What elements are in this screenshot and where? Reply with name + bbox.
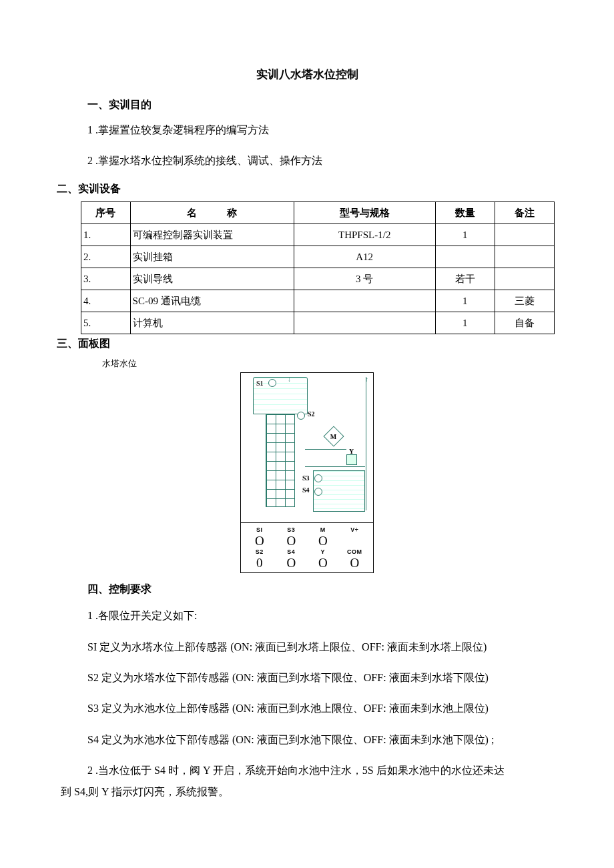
terminal-hole-icon: 0 <box>245 556 274 570</box>
terminal-hole-icon: O <box>340 556 370 570</box>
terminal-hole-icon: O <box>245 534 274 548</box>
terminal-hole-icon: O <box>277 534 306 548</box>
label-s3: S3 <box>302 474 310 482</box>
cell-qty: 1 <box>435 290 495 312</box>
terminal-hole-icon <box>340 534 370 548</box>
cell-qty: 若干 <box>435 268 495 290</box>
requirement-line: 2 .当水位低于 S4 时，阀 Y 开启，系统开始向水池中注水，5S 后如果水池… <box>87 761 557 781</box>
label-m: M <box>330 433 336 440</box>
arrow-down-icon: ↓ <box>288 376 291 383</box>
panel-caption: 水塔水位 <box>102 358 557 370</box>
water-tower-icon: S1 <box>253 377 306 516</box>
cell-qty <box>435 246 495 268</box>
terminal-label: S3 <box>277 527 306 533</box>
th-model: 型号与规格 <box>294 202 435 224</box>
terminal-label: Y <box>308 549 338 555</box>
cell-name: SC-09 通讯电缆 <box>130 290 294 312</box>
cell-model: A12 <box>294 246 435 268</box>
terminal-label: M <box>308 527 338 533</box>
cell-note: 三菱 <box>495 290 554 312</box>
section-2-heading: 二、实训设备 <box>57 182 557 196</box>
label-s2: S2 <box>308 410 315 418</box>
table-row: 5. 计算机 1 自备 <box>81 312 555 334</box>
table-header-row: 序号 名 称 型号与规格 数量 备注 <box>81 202 555 224</box>
panel-diagram: S1 S2 M Y ↑ ↓ S3 S4 <box>240 372 374 522</box>
objective-item-2: 2 .掌握水塔水位控制系统的接线、调试、操作方法 <box>87 152 557 169</box>
th-note: 备注 <box>495 202 554 224</box>
requirement-line: S3 定义为水池水位上部传感器 (ON: 液面已到水池上限位、OFF: 液面未到… <box>87 699 557 719</box>
th-seq: 序号 <box>81 202 131 224</box>
document-page: 实训八水塔水位控制 一、实训目的 1 .掌握置位较复杂逻辑程序的编写方法 2 .… <box>0 0 614 842</box>
terminal-hole-icon: O <box>308 534 338 548</box>
terminal-grid: SI S3 M V÷ O O O S2 S4 Y COM 0 O O O <box>240 522 374 573</box>
tower-tank-icon: S1 <box>253 377 308 414</box>
cell-qty: 1 <box>435 224 495 246</box>
cell-note <box>495 268 554 290</box>
cell-name: 计算机 <box>130 312 294 334</box>
terminal-label: S2 <box>245 549 274 555</box>
cell-name: 可编程控制器实训装置 <box>130 224 294 246</box>
objective-item-1: 1 .掌握置位较复杂逻辑程序的编写方法 <box>87 121 557 139</box>
terminal-label: V÷ <box>340 527 370 533</box>
cell-model <box>294 312 435 334</box>
cell-seq: 5. <box>81 312 131 334</box>
section-3-heading: 三、面板图 <box>57 337 557 351</box>
cell-note: 自备 <box>495 312 554 334</box>
table-row: 2. 实训挂箱 A12 <box>81 246 555 268</box>
label-s4: S4 <box>302 486 310 494</box>
pipe-icon <box>366 377 366 510</box>
cell-seq: 4. <box>81 290 131 312</box>
th-qty: 数量 <box>435 202 495 224</box>
motor-icon: M <box>323 426 344 447</box>
cell-name: 实训挂箱 <box>130 246 294 268</box>
cell-note <box>495 224 554 246</box>
terminal-label: S4 <box>277 549 306 555</box>
table-row: 1. 可编程控制器实训装置 THPFSL-1/2 1 <box>81 224 555 246</box>
requirement-line: S2 定义为水塔水位下部传感器 (ON: 液面已到水塔下限位、OFF: 液面未到… <box>87 668 557 688</box>
section-4-heading: 四、控制要求 <box>87 582 557 596</box>
cell-note <box>495 246 554 268</box>
terminal-label: COM <box>340 549 370 555</box>
th-name: 名 称 <box>130 202 294 224</box>
pipe-icon <box>305 449 346 450</box>
tower-pillar-icon <box>266 414 295 507</box>
cell-name: 实训导线 <box>130 268 294 290</box>
cell-seq: 1. <box>81 224 131 246</box>
terminal-label: SI <box>245 527 274 533</box>
doc-title: 实训八水塔水位控制 <box>57 67 557 82</box>
cell-seq: 3. <box>81 268 131 290</box>
label-s1: S1 <box>256 380 264 387</box>
requirement-line: S4 定义为水池水位下部传感器 (ON: 液面已到水池下限位、OFF: 液面未到… <box>87 730 557 750</box>
equipment-table: 序号 名 称 型号与规格 数量 备注 1. 可编程控制器实训装置 THPFSL-… <box>81 201 555 334</box>
pipe-icon <box>305 466 365 467</box>
terminal-hole-icon: O <box>308 556 338 570</box>
table-row: 4. SC-09 通讯电缆 1 三菱 <box>81 290 555 312</box>
requirement-line-cont: 到 S4,则 Y 指示灯闪亮，系统报警。 <box>61 781 557 802</box>
cell-model: THPFSL-1/2 <box>294 224 435 246</box>
sensor-s1-icon <box>268 379 276 387</box>
requirement-line: SI 定义为水塔水位上部传感器 (ON: 液面已到水塔上限位、OFF: 液面未到… <box>87 637 557 657</box>
cell-seq: 2. <box>81 246 131 268</box>
section-1-heading: 一、实训目的 <box>87 98 557 112</box>
cell-qty: 1 <box>435 312 495 334</box>
arrow-up-icon: ↑ <box>365 376 368 383</box>
panel-figure: S1 S2 M Y ↑ ↓ S3 S4 SI S3 M V÷ <box>240 372 374 573</box>
valve-icon <box>346 454 357 465</box>
cell-model <box>294 290 435 312</box>
table-row: 3. 实训导线 3 号 若干 <box>81 268 555 290</box>
cell-model: 3 号 <box>294 268 435 290</box>
terminal-hole-icon: O <box>277 556 306 570</box>
requirement-line: 1 .各限位开关定义如下: <box>87 606 557 626</box>
